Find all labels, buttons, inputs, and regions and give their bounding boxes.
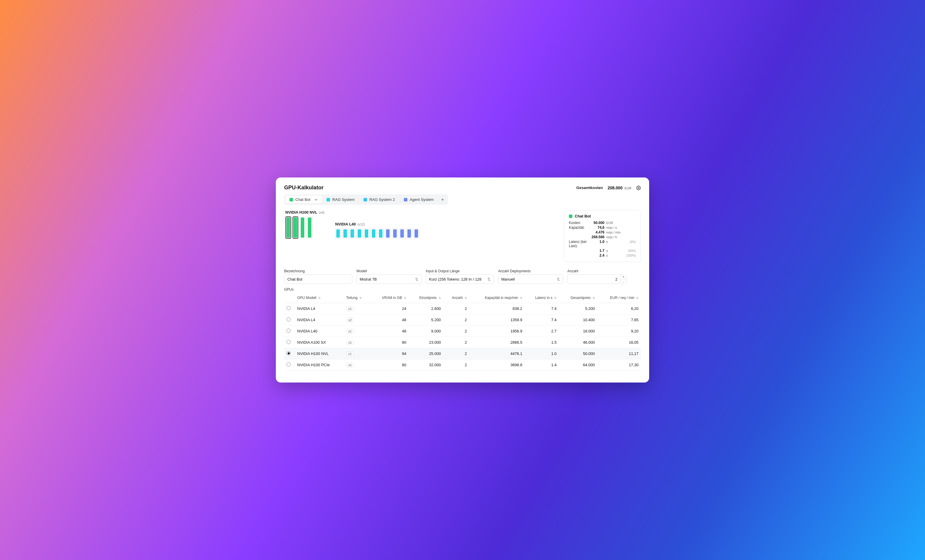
teilung-chip: x2 [346,318,354,322]
field-bezeichnung: Bezeichnung Chat Bot [284,269,352,285]
cell-model: NVIDIA A100 SX [295,337,344,348]
stepper-buttons: + - [621,274,626,285]
cell-einzelpreis: 25.000 [408,348,443,360]
col-anzahl[interactable]: Anzahl⇅ [443,293,469,303]
row-radio[interactable] [286,328,291,333]
stat-cap-2: 268.566 reqs / h [569,235,636,239]
tab-chat-bot[interactable]: Chat Bot [285,196,322,203]
col-teilung[interactable]: Teilung⇅ [344,293,371,303]
col-latency[interactable]: Latenz in s⇅ [525,293,559,303]
row-radio[interactable] [286,362,291,367]
col-eur-per-req[interactable]: EUR / req / min⇅ [597,293,641,303]
table-row[interactable]: NVIDIA H100 NVLx19425.00024476.11.050.00… [284,348,641,360]
config-form: Bezeichnung Chat Bot Modell Mistral 7B ⇅… [284,269,641,285]
cell-teilung: x2 [344,315,371,326]
total-cost-currency: EUR [625,187,631,190]
tab-rag-system-2[interactable]: RAG System 2 [359,196,399,203]
stat-cap-1: 4.476 reqs / min [569,230,636,234]
cell-einzelpreis: 32.000 [408,360,443,371]
stat-lat-2: 2.4 s (100%) [569,253,636,257]
row-radio[interactable] [286,340,291,344]
svg-point-0 [638,187,639,188]
tabs: Chat Bot RAG System RAG System 2 Agent S… [284,194,448,205]
anzahl-input[interactable]: 2 [567,274,621,284]
cell-model: NVIDIA L40 [295,326,344,337]
table-header: GPU Modell⇅ Teilung⇅ VRAM in GB⇅ Einzelp… [284,293,641,303]
io-length-select[interactable]: Kurz (256 Tokens: 128 In / 128 Ou ⇅ [426,274,494,284]
teilung-chip: x1 [346,340,354,345]
cell-total: 18.000 [559,326,597,337]
tab-rag-system[interactable]: RAG System [322,196,359,203]
table-row[interactable]: NVIDIA A100 SXx18023.00022866.51.546.000… [284,337,641,348]
row-radio[interactable] [286,317,291,322]
cell-model: NVIDIA L4 [295,315,344,326]
table-row[interactable]: NVIDIA H100 PCIex18032.00023698.81.464.0… [284,360,641,371]
row-radio[interactable] [286,306,291,310]
col-total[interactable]: Gesamtpreis⇅ [559,293,597,303]
col-vram[interactable]: VRAM in GB⇅ [371,293,408,303]
table-body: NVIDIA L4x1242.6002838.27.45.2006,20NVID… [284,303,641,371]
cell-eur-per-req: 7,65 [597,315,641,326]
sort-icon: ⇅ [592,296,595,300]
table-row[interactable]: NVIDIA L4x2485.20021359.97.410.4007,65 [284,315,641,326]
cell-eur-per-req: 9,20 [597,326,641,337]
gpu-bar [399,228,405,239]
settings-icon[interactable] [636,185,641,190]
row-radio[interactable] [286,351,291,355]
col-einzelpreis[interactable]: Einzelpreis⇅ [408,293,443,303]
cell-latency: 1.0 [525,348,559,360]
cell-total: 64.000 [559,360,597,371]
field-label: Anzahl [567,269,641,273]
cell-latency: 1.5 [525,337,559,348]
field-deployments: Anzahl Deployments Manuell ⇅ [498,269,563,285]
viz-group-h100: NVIDIA H100 NVL (x4) [285,210,324,239]
table-row[interactable]: NVIDIA L40x1489.00021956.92.718.0009,20 [284,326,641,337]
stepper-up-button[interactable]: + [621,275,626,279]
cell-teilung: x1 [344,326,371,337]
cell-vram: 48 [371,315,408,326]
cell-latency: 2.7 [525,326,559,337]
page-title: GPU-Kalkulator [284,185,324,191]
sort-icon: ⇅ [636,296,639,300]
bezeichnung-input[interactable]: Chat Bot [284,274,352,284]
cell-total: 5.200 [559,303,597,315]
cell-total: 46.000 [559,337,597,348]
cell-vram: 24 [371,303,408,315]
gpu-bar [392,228,398,239]
modell-select[interactable]: Mistral 7B ⇅ [356,274,422,284]
cell-vram: 48 [371,326,408,337]
tab-label: Chat Bot [295,197,310,202]
stepper-down-button[interactable]: - [621,279,626,284]
cell-capacity: 2866.5 [469,337,525,348]
viz-bars [335,228,419,239]
cell-eur-per-req: 16,05 [597,337,641,348]
sort-icon: ⇅ [404,296,406,300]
teilung-chip: x1 [346,329,354,334]
table-row[interactable]: NVIDIA L4x1242.6002838.27.45.2006,20 [284,303,641,315]
field-label: Input & Output Länge [426,269,494,273]
cell-anzahl: 2 [443,303,469,315]
field-modell: Modell Mistral 7B ⇅ [356,269,422,285]
gpu-bar [285,216,291,239]
gpu-bar [385,228,391,239]
cell-eur-per-req: 6,20 [597,303,641,315]
stat-lat-0: Latenz (bei Last): 1.0 s (0%) [569,240,636,248]
gpu-bar [350,228,355,239]
stat-lat-1: 1.7 s (50%) [569,248,636,253]
col-model[interactable]: GPU Modell⇅ [295,293,344,303]
add-tab-button[interactable]: + [438,197,447,202]
tab-agent-system[interactable]: Agent System [400,196,438,203]
field-io-length: Input & Output Länge Kurz (256 Tokens: 1… [426,269,494,285]
cell-latency: 7.4 [525,315,559,326]
field-anzahl: Anzahl 2 + - [567,269,641,285]
select-chevron-icon: ⇅ [415,277,418,282]
cell-anzahl: 2 [443,337,469,348]
col-capacity[interactable]: Kapazität in reqs/min⇅ [469,293,525,303]
cell-eur-per-req: 17,30 [597,360,641,371]
deployments-select[interactable]: Manuell ⇅ [498,274,563,284]
sort-icon: ⇅ [359,296,362,300]
sort-icon: ⇅ [318,296,321,300]
sort-icon: ⇅ [554,296,556,300]
select-chevron-icon: ⇅ [557,277,560,282]
tab-label: RAG System [333,197,355,202]
